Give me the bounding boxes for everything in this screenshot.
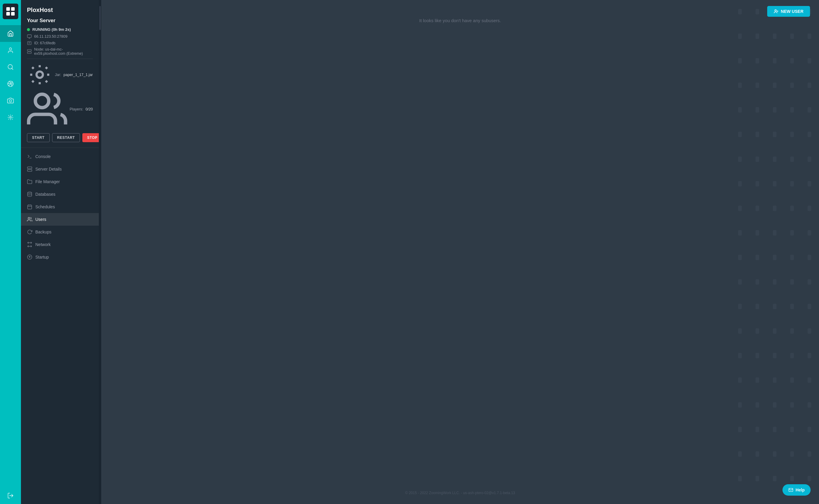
add-user-icon [774,9,779,14]
svg-rect-25 [28,169,32,171]
nav-label-backups: Backups [35,230,51,234]
server-id: ID: 67c6fedb [34,41,55,45]
main-body: It looks like you don't have any subuser… [101,0,819,504]
icon-settings[interactable] [0,109,21,126]
gear-icon [27,62,52,87]
start-button[interactable]: START [27,133,50,142]
svg-point-38 [775,10,776,11]
players-row: Players: 0/20 [27,89,93,130]
icon-account[interactable] [0,75,21,92]
svg-rect-0 [6,7,10,11]
svg-rect-24 [28,167,32,168]
terminal-icon [27,154,32,159]
nav-label-network: Network [35,242,51,247]
network-nav-icon [27,242,32,247]
server-ip: 66.11.123.50:27809 [34,34,67,39]
server-icon [27,49,32,54]
sidebar-item-file-manager[interactable]: File Manager [21,175,99,188]
server-id-row: ID: 67c6fedb [27,41,93,45]
nav-label-server-details: Server Details [35,167,62,171]
server-status: RUNNING (0h 9m 2s) [27,27,93,32]
status-dot [27,28,30,31]
svg-rect-2 [6,12,10,16]
new-user-button[interactable]: NEW USER [767,6,810,17]
svg-rect-11 [27,35,31,37]
icon-user[interactable] [0,42,21,59]
svg-point-21 [37,72,43,78]
help-button[interactable]: Help [782,484,811,496]
sidebar-item-server-details[interactable]: Server Details [21,163,99,175]
nav-label-file-manager: File Manager [35,179,60,184]
icon-screenshot[interactable] [0,92,21,109]
nav-label-startup: Startup [35,255,49,259]
server-node: Node: us-dal-mc-ex59.ploxhost.com (Extre… [34,47,93,56]
network-icon [27,34,32,39]
nav-label-users: Users [35,217,46,222]
server-details-icon [27,166,32,172]
sidebar: PloxHost Your Server RUNNING (0h 9m 2s) … [21,0,99,504]
svg-rect-18 [27,52,31,53]
database-icon [27,192,32,197]
svg-rect-29 [28,205,32,209]
svg-point-4 [9,48,11,50]
sidebar-item-databases[interactable]: Databases [21,188,99,201]
calendar-icon [27,204,32,210]
svg-point-33 [28,217,30,219]
nav-label-schedules: Schedules [35,204,55,209]
sidebar-item-startup[interactable]: Startup [21,251,99,263]
jar-value: paper_1_17_1.jar [63,73,93,77]
help-icon [788,488,793,492]
players-label: Players: [70,107,83,111]
sidebar-item-backups[interactable]: Backups [21,226,99,238]
server-node-row: Node: us-dal-mc-ex59.ploxhost.com (Extre… [27,47,93,56]
sidebar-item-users[interactable]: Users [21,213,99,226]
svg-rect-1 [11,7,15,11]
app-name: PloxHost [27,7,93,13]
users-icon [27,217,32,222]
server-title: Your Server [27,18,93,24]
svg-point-9 [10,116,11,118]
players-value: 0/20 [86,107,93,111]
svg-point-22 [35,94,49,108]
nav-label-databases: Databases [35,192,55,197]
jar-row: Jar: paper_1_17_1.jar [27,62,93,87]
icon-home[interactable] [0,25,21,42]
server-ip-row: 66.11.123.50:27809 [27,34,93,39]
nav-section: Console Server Details File Manager [21,148,99,504]
restart-button[interactable]: RESTART [52,133,80,142]
sidebar-item-schedules[interactable]: Schedules [21,201,99,213]
icon-logout[interactable] [0,487,21,504]
icon-search[interactable] [0,59,21,75]
logo[interactable] [3,4,18,19]
startup-icon [27,254,32,260]
id-icon [27,41,32,45]
svg-rect-3 [11,12,15,16]
footer-text: © 2015 - 2022 ZoomingWork LLC. - us-ash-… [405,491,515,495]
svg-point-28 [28,192,32,193]
sidebar-item-network[interactable]: Network [21,238,99,251]
sidebar-item-console[interactable]: Console [21,150,99,163]
help-label: Help [796,488,805,492]
svg-line-6 [12,68,13,69]
svg-rect-41 [789,488,793,492]
players-icon [27,89,67,130]
sidebar-header: PloxHost Your Server RUNNING (0h 9m 2s) … [21,0,99,148]
empty-message: It looks like you don't have any subuser… [419,18,501,23]
new-user-label: NEW USER [781,9,803,14]
status-text: RUNNING (0h 9m 2s) [32,27,71,32]
svg-rect-17 [27,49,31,51]
divider [27,59,93,59]
action-buttons: START RESTART STOP [27,133,93,142]
jar-label: Jar: [55,73,61,77]
scroll-bar[interactable] [99,0,101,504]
scroll-thumb[interactable] [99,6,101,30]
folder-icon [27,179,32,184]
svg-point-8 [9,100,11,102]
backup-icon [27,229,32,235]
stop-button[interactable]: STOP [82,133,99,142]
nav-label-console: Console [35,154,51,159]
icon-bar [0,0,21,504]
main-content: It looks like you don't have any subuser… [101,0,819,504]
